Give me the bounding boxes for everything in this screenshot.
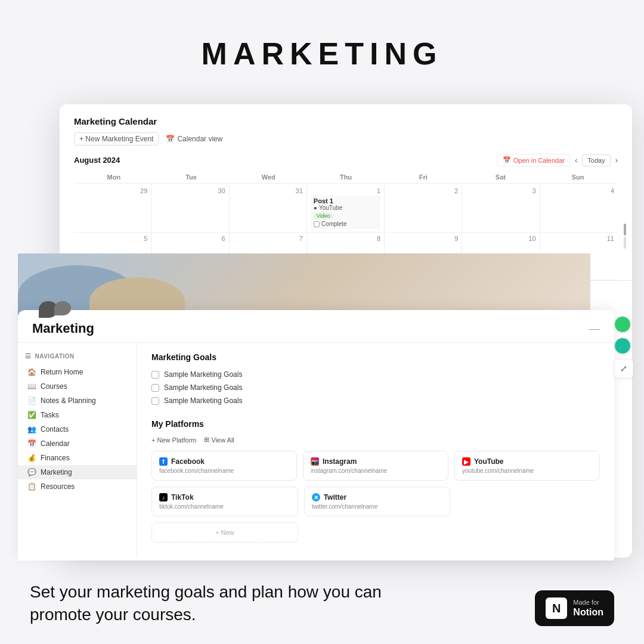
page-title: MARKETING	[0, 36, 644, 72]
right-float-buttons: ⤢	[614, 316, 633, 378]
hamburger-icon: ☰	[25, 352, 32, 360]
tiktok-name: ♪ TikTok	[159, 493, 290, 501]
open-calendar-button[interactable]: 📅 Open in Calendar	[497, 154, 570, 166]
event-checkbox[interactable]: Complete	[314, 221, 377, 227]
sidebar-item-courses[interactable]: 📖 Courses	[18, 379, 137, 394]
cal-cell-4: 4	[540, 185, 618, 232]
platform-card-facebook[interactable]: f Facebook facebook.com/channelname	[151, 451, 297, 481]
sidebar-item-contacts[interactable]: 👥 Contacts	[18, 422, 137, 436]
grid-icon: ⊞	[204, 436, 209, 444]
bottom-description: Set your marketing goals and plan how yo…	[30, 581, 382, 626]
tasks-icon: ✅	[27, 411, 36, 419]
checkbox-box	[314, 221, 320, 227]
main-content: Marketing Goals Sample Marketing Goals S…	[137, 343, 614, 558]
scroll-line-2	[624, 237, 626, 249]
platform-card-youtube[interactable]: ▶ YouTube youtube.com/channelname	[454, 451, 600, 481]
minimize-icon[interactable]: —	[589, 323, 600, 335]
made-for-label: Made for	[573, 599, 603, 606]
notion-badge: N Made for Notion	[535, 590, 614, 626]
platforms-title: My Platforms	[151, 419, 204, 429]
calendar-grid: Mon Tue Wed Thu Fri Sat Sun	[74, 170, 618, 185]
facebook-name: f Facebook	[159, 457, 289, 466]
calendar-month: August 2024	[74, 156, 120, 165]
goals-section-title: Marketing Goals	[151, 352, 600, 362]
home-icon: 🏠	[27, 368, 36, 376]
sidebar-item-calendar[interactable]: 📅 Calendar	[18, 436, 137, 451]
navigation-sidebar: ☰ NAVIGATION 🏠 Return Home 📖 Courses 📄 N…	[18, 343, 137, 558]
facebook-url: facebook.com/channelname	[159, 467, 289, 474]
twitter-url: twitter.com/channelname	[312, 503, 443, 510]
day-sun: Sun	[539, 171, 617, 183]
resources-icon: 📋	[27, 482, 36, 491]
platform-grid-row2: ♪ TikTok tiktok.com/channelname ✕ Twitte…	[151, 487, 450, 543]
event-title: Post 1	[314, 197, 377, 205]
calendar-icon: 📅	[166, 135, 175, 143]
prev-chevron-icon[interactable]: ‹	[575, 156, 577, 165]
new-platform-button[interactable]: + New Platform	[151, 436, 197, 444]
instagram-url: instagram.com/channelname	[311, 467, 441, 474]
cal-cell-30: 30	[151, 185, 229, 232]
contacts-icon: 👥	[27, 425, 36, 434]
calendar-event-post1[interactable]: Post 1 ● YouTube Video Complete	[311, 196, 380, 229]
expand-icon: ⤢	[620, 364, 627, 373]
nav-label: ☰ NAVIGATION	[18, 350, 137, 365]
calendar-title: Marketing Calendar	[74, 116, 618, 126]
goal-item-1[interactable]: Sample Marketing Goals	[151, 368, 600, 381]
youtube-url: youtube.com/channelname	[462, 467, 592, 474]
youtube-name: ▶ YouTube	[462, 457, 592, 466]
goal-checkbox-1[interactable]	[151, 371, 159, 379]
youtube-icon: ▶	[462, 457, 470, 466]
notion-text-block: Made for Notion	[573, 599, 603, 618]
goal-item-2[interactable]: Sample Marketing Goals	[151, 381, 600, 394]
platform-card-twitter[interactable]: ✕ Twitter twitter.com/channelname	[304, 487, 451, 516]
goal-item-3[interactable]: Sample Marketing Goals	[151, 394, 600, 407]
view-all-button[interactable]: ⊞ View All	[204, 436, 234, 444]
sidebar-item-marketing[interactable]: 💬 Marketing	[18, 465, 137, 479]
new-event-button[interactable]: + New Marketing Event	[74, 132, 159, 145]
tiktok-icon: ♪	[159, 493, 168, 501]
goal-checkbox-2[interactable]	[151, 384, 159, 392]
sidebar-item-resources[interactable]: 📋 Resources	[18, 479, 137, 494]
calendar-red-icon: 📅	[503, 156, 511, 164]
scroll-indicator	[624, 224, 626, 249]
platform-card-instagram[interactable]: 📷 Instagram instagram.com/channelname	[303, 451, 448, 481]
platforms-header: My Platforms	[151, 419, 600, 429]
chat-avatars	[39, 301, 71, 318]
marketing-body: ☰ NAVIGATION 🏠 Return Home 📖 Courses 📄 N…	[18, 343, 614, 558]
bottom-section: Set your marketing goals and plan how yo…	[30, 581, 614, 626]
calendar-view-btn[interactable]: 📅 Calendar view	[166, 135, 222, 143]
twitter-icon: ✕	[312, 493, 320, 501]
sidebar-item-home[interactable]: 🏠 Return Home	[18, 365, 137, 379]
calendar-week-1: 29 30 31 1 Post 1 ● YouTube Video Comple…	[74, 185, 618, 233]
day-sat: Sat	[462, 171, 540, 183]
courses-icon: 📖	[27, 382, 36, 391]
date-highlight: 1	[377, 187, 380, 194]
platforms-actions: + New Platform ⊞ View All	[151, 436, 600, 444]
sidebar-item-finances[interactable]: 💰 Finances	[18, 451, 137, 465]
platform-card-tiktok[interactable]: ♪ TikTok tiktok.com/channelname	[151, 487, 298, 516]
sidebar-item-tasks[interactable]: ✅ Tasks	[18, 408, 137, 422]
expand-btn[interactable]: ⤢	[614, 359, 633, 378]
cal-cell-2: 2	[385, 185, 462, 232]
cal-cell-3: 3	[462, 185, 540, 232]
goals-list: Sample Marketing Goals Sample Marketing …	[151, 368, 600, 407]
notion-logo: N	[546, 597, 567, 619]
cal-cell-31: 31	[230, 185, 307, 232]
today-button[interactable]: Today	[582, 154, 610, 166]
chat-icon-2	[54, 301, 71, 315]
platform-grid-row1: f Facebook facebook.com/channelname 📷 In…	[151, 451, 600, 481]
teal-avatar-btn[interactable]	[614, 338, 631, 354]
next-chevron-icon[interactable]: ›	[615, 156, 618, 165]
day-mon: Mon	[75, 171, 153, 183]
notes-icon: 📄	[27, 397, 36, 405]
new-platform-card[interactable]: + New	[151, 522, 298, 543]
green-avatar-btn[interactable]	[614, 316, 631, 333]
marketing-page: Marketing — ☰ NAVIGATION 🏠 Return Home 📖…	[18, 310, 614, 561]
facebook-icon: f	[159, 457, 168, 466]
event-platform: ● YouTube	[314, 205, 377, 211]
notion-label: Notion	[573, 606, 603, 618]
marketing-icon: 💬	[27, 468, 36, 476]
goal-checkbox-3[interactable]	[151, 397, 159, 405]
sidebar-item-notes[interactable]: 📄 Notes & Planning	[18, 394, 137, 408]
day-thu: Thu	[307, 171, 385, 183]
